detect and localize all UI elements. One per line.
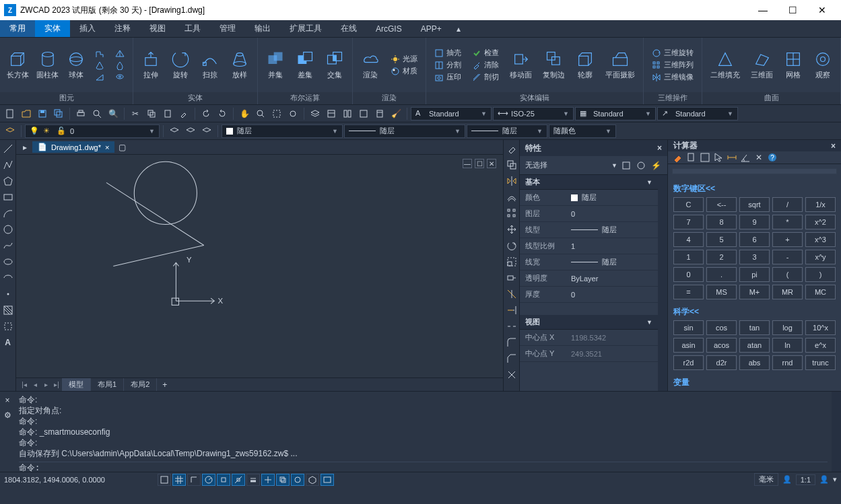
calc-key-x^3[interactable]: x^3 [805,232,836,247]
outline-button[interactable]: 轮廓 [572,48,599,81]
text-icon[interactable]: A [2,336,14,349]
copy2-icon[interactable] [506,159,518,171]
textstyle-combo[interactable]: AStandard▼ [411,107,492,120]
paste-icon[interactable] [160,106,175,121]
calc-angle-icon[interactable] [739,151,751,164]
calc-key-1[interactable]: 1 [673,250,704,264]
tab-online[interactable]: 在线 [331,20,366,37]
status-person2-icon[interactable]: 👤 [819,475,829,484]
clean-button[interactable]: 清除 [469,59,502,71]
status-gear-icon[interactable]: ▾ [833,475,837,484]
material-button[interactable]: 材质 [388,65,420,77]
fillet-icon[interactable] [506,336,518,349]
calc-key-4[interactable]: 4 [673,232,704,247]
tab-annotate[interactable]: 注释 [105,20,140,37]
layeriso-icon[interactable] [167,124,182,139]
arc-icon[interactable] [2,207,14,219]
plotstyle-combo[interactable]: 随颜色▼ [549,124,616,138]
calc-key-C[interactable]: C [673,197,704,212]
tab-common[interactable]: 常用 [0,20,35,37]
calc-key-e^x[interactable]: e^x [805,338,836,353]
wedge-button[interactable] [92,71,107,82]
torus-button[interactable] [112,71,127,82]
intersect-button[interactable]: 交集 [321,48,348,81]
calc-key-asin[interactable]: asin [673,338,704,353]
clean-icon[interactable]: 🧹 [389,106,403,121]
layer-state-icon[interactable] [3,124,18,139]
dimstyle-combo[interactable]: ⟷ISO-25▼ [493,107,574,120]
calc-key-trunc[interactable]: trunc [805,355,836,370]
calc-section-scientific[interactable]: 科学<< [668,303,841,320]
calc-key-cos[interactable]: cos [706,320,737,335]
calc-key-+[interactable]: + [772,232,803,247]
ellipsearc-icon[interactable] [2,272,14,284]
print-icon[interactable] [73,106,88,121]
calc-section-variables[interactable]: 变量 [668,374,841,391]
chamfer-icon[interactable] [506,353,518,365]
grid-toggle[interactable] [172,474,186,486]
new-icon[interactable] [3,106,18,121]
calc-key-0[interactable]: 0 [673,267,704,282]
layout-add-icon[interactable]: + [157,379,172,391]
split-button[interactable]: 分割 [432,59,464,71]
polar-toggle[interactable] [202,474,215,486]
calc-key-sin[interactable]: sin [673,320,704,335]
calc-distance-icon[interactable] [726,151,738,164]
layer-combo[interactable]: 💡 ☀ 🔓 0▼ [25,124,160,138]
calc-key-sqrt[interactable]: sqrt [739,197,770,212]
extrude-button[interactable]: 拉伸 [137,48,164,81]
flash-icon[interactable]: ⚡ [650,159,662,172]
lwt-toggle[interactable] [246,474,260,486]
spline-icon[interactable] [2,240,14,252]
move-icon[interactable] [506,223,518,236]
imprint-button[interactable]: 压印 [432,71,464,83]
loft-button[interactable]: 放样 [226,48,253,81]
zoom-win-icon[interactable] [269,106,284,121]
ribbon-collapse[interactable]: ▴ [451,20,466,37]
calc-key-abs[interactable]: abs [739,355,770,370]
rect-icon[interactable] [2,191,14,203]
dyn-toggle[interactable] [261,474,275,486]
minimize-button[interactable]: — [748,1,778,20]
light-button[interactable]: 光源 [388,53,420,65]
polysolid-button[interactable] [92,48,107,59]
calc-key-pi[interactable]: pi [739,267,770,282]
observe-button[interactable]: 观察 [809,48,836,81]
ortho-toggle[interactable] [187,474,201,486]
calc-key-10^x[interactable]: 10^x [805,320,836,335]
layeroff-icon[interactable] [183,124,198,139]
prop-centerx[interactable]: 中心点 X1198.5342 [520,330,658,346]
viewport-close-icon[interactable]: ✕ [487,159,496,168]
preview-icon[interactable] [90,106,104,121]
tab-output[interactable]: 输出 [245,20,280,37]
layer-icon[interactable] [308,106,323,121]
polygon-icon[interactable] [2,175,14,187]
calc-key-MC[interactable]: MC [805,285,836,299]
cmd-options-icon[interactable]: ⚙ [1,409,13,421]
calc-key-*[interactable]: * [772,215,803,229]
3drotate-button[interactable]: 三维旋转 [649,47,696,59]
prop-transparency[interactable]: 透明度ByLayer [520,271,658,287]
array-icon[interactable] [506,207,518,219]
flatshot-button[interactable]: 平面摄影 [601,48,639,81]
offset-icon[interactable] [506,191,518,203]
status-person-icon[interactable]: 👤 [782,475,792,484]
calc-key-rnd[interactable]: rnd [772,355,803,370]
layout-last-icon[interactable]: ▸| [51,381,62,388]
snap-toggle[interactable] [158,474,171,486]
calc-key-x^2[interactable]: x^2 [805,215,836,229]
calc-key-<--[interactable]: <-- [706,197,737,212]
calc-pointer-icon[interactable] [712,151,725,164]
cone-button[interactable] [92,60,107,71]
calc-key-MR[interactable]: MR [772,285,803,299]
tablestyle-combo[interactable]: ▦Standard▼ [575,107,656,120]
smart-toggle[interactable] [291,474,304,486]
calc-key-([interactable]: ( [772,267,803,282]
region-icon[interactable] [2,320,14,332]
calc-key-=[interactable]: = [673,285,704,299]
stretch-icon[interactable] [506,272,518,284]
check-button[interactable]: 检查 [469,47,502,59]
calc-key-ln[interactable]: ln [772,338,803,353]
drawing-canvas[interactable]: X Y — ☐ ✕ [16,155,503,377]
point-icon[interactable] [2,288,14,300]
